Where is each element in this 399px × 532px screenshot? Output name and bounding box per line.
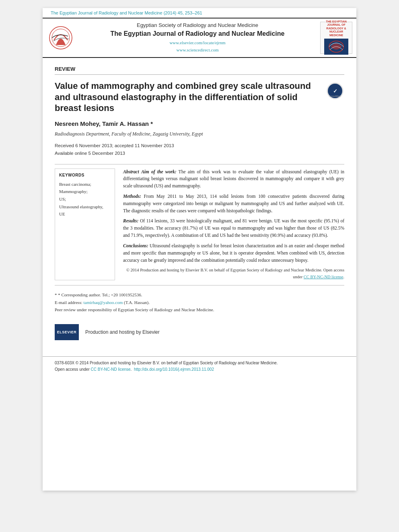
production-line: © 2014 Production and hosting by Elsevie… xyxy=(123,267,344,280)
keyword-1: Breast carcinoma; xyxy=(59,181,111,188)
email-name: (T.A. Hassan). xyxy=(124,300,150,305)
bottom-text: 0378-603X © 2014 Production and hosting … xyxy=(55,361,278,365)
journal-header: Egyptian Society of Radiology and Nuclea… xyxy=(43,18,356,58)
article-title: Value of mammography and combined grey s… xyxy=(55,80,322,114)
journal-citation-link[interactable]: The Egyptian Journal of Radiology and Nu… xyxy=(43,8,356,18)
abstract-section: KEYWORDS Breast carcinoma; Mammography; … xyxy=(55,168,344,280)
peer-review-text: Peer review under responsibility of Egyp… xyxy=(55,307,214,312)
dates: Received 6 November 2013; accepted 11 No… xyxy=(55,142,344,158)
footnotes: * * Corresponding author. Tel.; +20 1001… xyxy=(55,291,344,314)
elsevier-footer: ELSEVIER Production and hosting by Elsev… xyxy=(55,320,344,340)
doi-link[interactable]: http://dx.doi.org/10.1016/j.ejrnm.2013.1… xyxy=(134,367,214,372)
abstract-text: Abstract Aim of the work: The aim of thi… xyxy=(123,168,344,280)
results-text: Of 114 lesions, 33 were histologically m… xyxy=(123,218,344,238)
title-row: Value of mammography and combined grey s… xyxy=(55,80,344,114)
methods-text: From May 2011 to May 2013, 114 solid les… xyxy=(123,194,344,213)
bottom-license-link[interactable]: CC BY-NC-ND license xyxy=(91,367,131,372)
svg-text:✓: ✓ xyxy=(333,88,337,94)
keyword-4: Ultrasound elastography, xyxy=(59,203,111,211)
header-center: Egyptian Society of Radiology and Nuclea… xyxy=(75,22,320,53)
left-logo xyxy=(47,24,75,52)
footnote-star-icon: * xyxy=(55,292,57,297)
page: The Egyptian Journal of Radiology and Nu… xyxy=(43,8,356,491)
authors-text: Nesreen Mohey, Tamir A. Hassan * xyxy=(55,120,153,127)
section-label: REVIEW xyxy=(55,66,344,75)
sciencedirect-url[interactable]: www.sciencedirect.com xyxy=(177,47,219,52)
keyword-2: Mammography; xyxy=(59,188,111,195)
elsevier-footer-text: Production and hosting by Elsevier xyxy=(85,329,160,335)
abstract-aim: Abstract Aim of the work: The aim of thi… xyxy=(123,168,344,190)
right-logo-box: THE EGYPTIAN JOURNAL OF RADIOLOGY & NUCL… xyxy=(320,22,352,54)
keywords-title: KEYWORDS xyxy=(59,173,111,177)
divider-top xyxy=(55,164,344,164)
divider-bottom xyxy=(55,285,344,286)
aim-sublabel: Aim of the work: xyxy=(141,169,177,174)
license-link[interactable]: CC BY-NC-ND license xyxy=(304,275,343,279)
keywords-list: Breast carcinoma; Mammography; US; Ultra… xyxy=(59,181,111,218)
keyword-3: US; xyxy=(59,195,111,203)
journal-urls: www.elsevier.com/locate/ejrnm www.scienc… xyxy=(79,39,316,53)
keywords-box: KEYWORDS Breast carcinoma; Mammography; … xyxy=(55,168,115,280)
conclusions-label: Conclusions: xyxy=(123,243,148,248)
elsevier-url[interactable]: www.elsevier.com/locate/ejrnm xyxy=(169,40,225,45)
abstract-results: Results: Of 114 lesions, 33 were histolo… xyxy=(123,218,344,239)
open-access-label: Open access under xyxy=(55,367,91,372)
svg-point-0 xyxy=(49,27,72,49)
results-label: Results: xyxy=(123,218,138,223)
affiliation: Radiodiagnosis Department, Faculty of Me… xyxy=(55,131,344,137)
corresponding-author: * Corresponding author. Tel.; +20 100195… xyxy=(58,292,142,297)
society-name: Egyptian Society of Radiology and Nuclea… xyxy=(79,22,316,28)
journal-name: The Egyptian Journal of Radiology and Nu… xyxy=(79,30,316,37)
methods-label: Methods: xyxy=(123,194,141,199)
conclusions-text: Ultrasound elastography is useful for br… xyxy=(123,243,344,263)
email-label: E-mail address: xyxy=(55,300,83,305)
received-date: Received 6 November 2013; accepted 11 No… xyxy=(55,143,174,148)
crossmark-icon[interactable]: ✓ CrossMark xyxy=(326,82,344,100)
available-date: Available online 5 December 2013 xyxy=(55,151,125,156)
authors: Nesreen Mohey, Tamir A. Hassan * xyxy=(55,120,344,127)
bottom-bar: 0378-603X © 2014 Production and hosting … xyxy=(43,356,356,376)
right-logo-title: THE EGYPTIAN JOURNAL OF RADIOLOGY & NUCL… xyxy=(322,20,350,37)
abstract-conclusions: Conclusions: Ultrasound elastography is … xyxy=(123,242,344,264)
abstract-label: Abstract xyxy=(123,169,139,174)
email-link[interactable]: tamirhaq@yahoo.com xyxy=(83,300,123,305)
svg-text:CrossMark: CrossMark xyxy=(329,95,341,97)
abstract-methods: Methods: From May 2011 to May 2013, 114 … xyxy=(123,193,344,214)
keyword-5: UE xyxy=(59,210,111,218)
main-content: REVIEW Value of mammography and combined… xyxy=(43,58,356,348)
elsevier-logo: ELSEVIER xyxy=(55,324,79,340)
